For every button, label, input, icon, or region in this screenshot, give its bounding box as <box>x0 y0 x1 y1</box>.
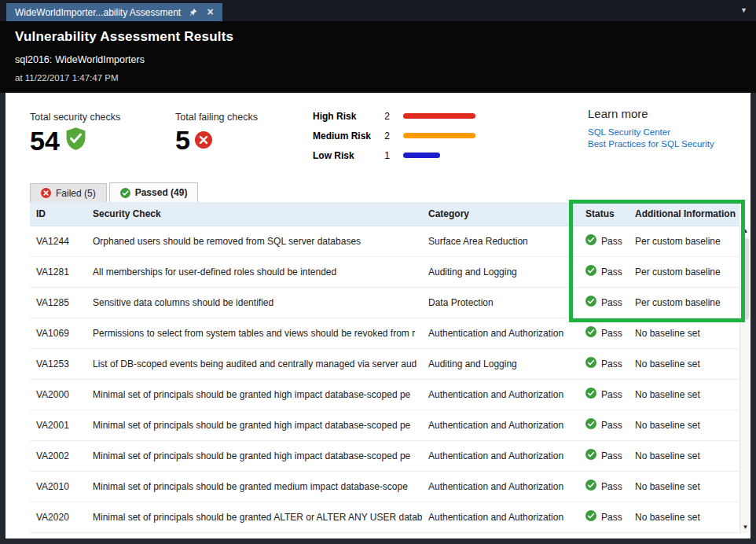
scan-timestamp: at 11/22/2017 1:47:47 PM <box>15 73 756 83</box>
check-status: Pass <box>579 256 629 287</box>
check-category: Authentication and Authorization <box>422 440 579 471</box>
learn-more-title: Learn more <box>588 107 714 120</box>
scrollbar-thumb[interactable] <box>742 238 749 320</box>
learn-more-panel: Learn more SQL Security Center Best Prac… <box>588 107 714 149</box>
table-row[interactable]: VA1069 Permissions to select from system… <box>30 318 739 348</box>
tab-passed[interactable]: Passed (49) <box>109 182 199 202</box>
check-status: Pass <box>579 502 629 532</box>
risk-legend: High Risk 2 Medium Risk 2 Low Risk 1 <box>313 106 475 165</box>
table-row[interactable]: VA1253 List of DB-scoped events being au… <box>30 348 739 379</box>
pass-icon <box>585 296 596 309</box>
table-row[interactable]: VA1285 Sensitive data columns should be … <box>30 287 739 318</box>
status-text: Pass <box>601 266 622 278</box>
column-header-status[interactable]: Status <box>579 202 629 226</box>
table-row[interactable]: VA1281 All memberships for user-defined … <box>30 256 739 287</box>
check-id: VA2001 <box>30 410 86 440</box>
status-text: Pass <box>601 512 622 523</box>
vertical-scrollbar[interactable]: ▲ ▼ <box>739 226 750 533</box>
vulnerability-assessment-window: WideWorldImporter...ability Assessment ×… <box>0 0 756 544</box>
check-category: Auditing and Logging <box>422 256 579 287</box>
check-status: Pass <box>579 471 629 502</box>
check-additional-info: No baseline set <box>629 440 739 471</box>
failing-checks-metric: Total failing checks 5 <box>175 112 258 153</box>
column-header-id[interactable]: ID <box>30 202 86 226</box>
check-category: Authentication and Authorization <box>422 410 579 440</box>
fail-circle-icon <box>195 131 212 152</box>
scroll-down-icon[interactable]: ▼ <box>740 522 750 533</box>
server-name: sql2016: <box>15 54 52 65</box>
check-id: VA1281 <box>30 256 86 287</box>
tab-failed[interactable]: Failed (5) <box>30 183 107 202</box>
table-row[interactable]: VA2010 Minimal set of principals should … <box>30 471 739 502</box>
check-category: Authentication and Authorization <box>422 318 579 348</box>
check-id: VA1244 <box>30 226 86 256</box>
risk-row-high: High Risk 2 <box>313 106 475 126</box>
close-icon[interactable]: × <box>205 7 215 17</box>
status-text: Pass <box>601 358 622 369</box>
total-checks-metric: Total security checks 54 <box>30 112 120 154</box>
document-tab[interactable]: WideWorldImporter...ability Assessment × <box>6 3 222 21</box>
link-sql-security-center[interactable]: SQL Security Center <box>588 127 714 137</box>
table-row[interactable]: VA1244 Orphaned users should be removed … <box>30 226 739 256</box>
check-status: Pass <box>579 318 629 348</box>
check-additional-info: Per custom baseline <box>629 226 739 256</box>
total-checks-label: Total security checks <box>30 112 120 123</box>
column-header-category[interactable]: Category <box>422 202 579 226</box>
table-row[interactable]: VA2020 Minimal set of principals should … <box>30 502 739 532</box>
table-row[interactable]: VA2001 Minimal set of principals should … <box>30 410 739 440</box>
risk-count-high: 2 <box>377 111 390 122</box>
check-category: Authentication and Authorization <box>422 379 579 410</box>
results-table-body: VA1244 Orphaned users should be removed … <box>30 226 739 532</box>
risk-row-low: Low Risk 1 <box>313 145 475 165</box>
risk-count-medium: 2 <box>377 130 390 142</box>
database-name: WideWorldImporters <box>55 54 145 65</box>
results-table: ID Security Check Category Status Additi… <box>30 202 739 533</box>
check-name: Minimal set of principals should be gran… <box>86 379 422 410</box>
check-name: Orphaned users should be removed from SQ… <box>86 226 422 256</box>
risk-count-low: 1 <box>377 150 390 161</box>
server-line: sql2016:WideWorldImporters <box>15 54 756 65</box>
check-status: Pass <box>579 410 629 440</box>
status-text: Pass <box>601 450 622 461</box>
fail-circle-icon <box>41 188 51 198</box>
content-area: Total security checks 54 Total failing c… <box>6 93 750 538</box>
risk-bar-low <box>403 153 440 158</box>
pass-icon <box>585 234 596 248</box>
check-name: Minimal set of principals should be gran… <box>86 410 422 440</box>
column-header-security-check[interactable]: Security Check <box>86 202 422 226</box>
check-status: Pass <box>579 348 629 379</box>
risk-label-medium: Medium Risk <box>313 130 377 142</box>
status-text: Pass <box>601 481 622 492</box>
check-additional-info: No baseline set <box>629 348 739 379</box>
check-name: List of DB-scoped events being audited a… <box>86 348 422 379</box>
tab-passed-label: Passed (49) <box>135 187 188 198</box>
status-text: Pass <box>601 297 622 308</box>
check-additional-info: No baseline set <box>629 318 739 348</box>
pin-icon[interactable] <box>188 7 198 17</box>
check-category: Surface Area Reduction <box>422 226 579 256</box>
check-id: VA1253 <box>30 348 86 379</box>
check-name: Sensitive data columns should be identif… <box>86 287 422 318</box>
pass-icon <box>585 388 596 401</box>
check-additional-info: No baseline set <box>629 410 739 440</box>
pass-circle-icon <box>120 188 130 198</box>
pass-icon <box>585 480 596 493</box>
total-checks-value: 54 <box>30 127 60 154</box>
risk-label-high: High Risk <box>313 111 377 122</box>
check-id: VA2020 <box>30 502 86 532</box>
status-text: Pass <box>601 420 622 431</box>
failing-checks-value: 5 <box>175 127 190 153</box>
column-header-additional-information[interactable]: Additional Information <box>629 202 739 226</box>
check-name: Permissions to select from system tables… <box>86 318 422 348</box>
table-row[interactable]: VA2000 Minimal set of principals should … <box>30 379 739 410</box>
check-name: Minimal set of principals should be gran… <box>86 471 422 502</box>
table-row[interactable]: VA2002 Minimal set of principals should … <box>30 440 739 471</box>
tab-failed-label: Failed (5) <box>56 188 96 199</box>
scroll-up-icon[interactable]: ▲ <box>740 226 750 237</box>
check-status: Pass <box>579 379 629 410</box>
report-header: Vulnerability Assessment Results sql2016… <box>0 21 756 93</box>
document-well-dropdown-icon[interactable]: ▼ <box>740 6 747 14</box>
check-status: Pass <box>579 226 629 256</box>
check-additional-info: No baseline set <box>629 379 739 410</box>
link-best-practices[interactable]: Best Practices for SQL Security <box>588 139 714 149</box>
